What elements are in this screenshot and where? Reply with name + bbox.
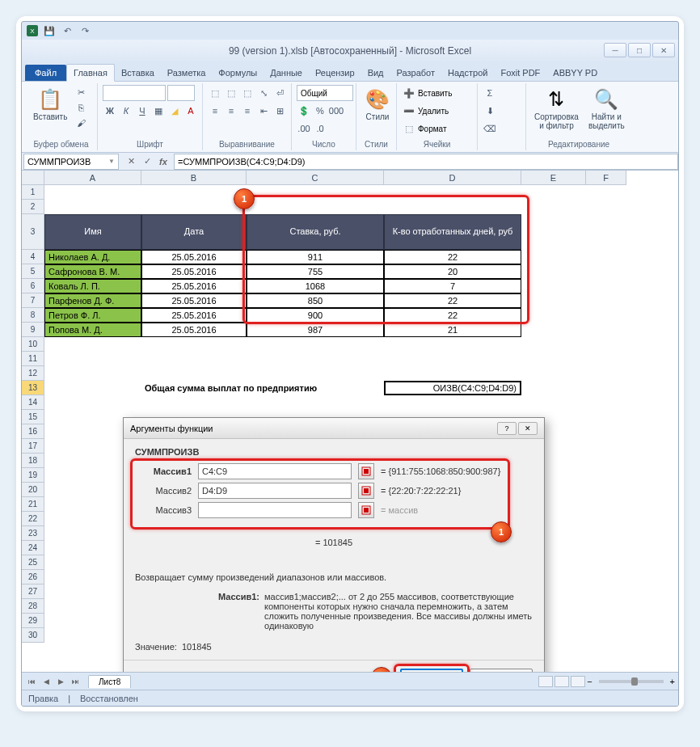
find-select-button[interactable]: 🔍 Найти и выделить	[585, 85, 628, 132]
cell[interactable]: 22	[384, 308, 521, 323]
row-header-15[interactable]: 15	[22, 410, 44, 424]
col-header-B[interactable]: B	[141, 171, 247, 185]
cell[interactable]: 20	[384, 264, 521, 279]
row-header-14[interactable]: 14	[22, 395, 44, 410]
cell[interactable]: Коваль Л. П.	[44, 279, 141, 293]
cell[interactable]: Дата	[141, 214, 247, 250]
row-header-7[interactable]: 7	[22, 293, 44, 308]
arg3-input[interactable]	[198, 502, 352, 518]
tab-view[interactable]: Вид	[361, 65, 390, 81]
select-all-corner[interactable]	[22, 171, 44, 185]
row-header-8[interactable]: 8	[22, 308, 44, 323]
row-header-4[interactable]: 4	[22, 250, 44, 264]
dialog-ok-button[interactable]: ОК	[400, 669, 463, 672]
number-format-combo[interactable]: Общий	[297, 85, 353, 101]
cell[interactable]: Парфенов Д. Ф.	[44, 293, 141, 308]
col-header-D[interactable]: D	[384, 171, 521, 185]
cell[interactable]: К-во отработанных дней, руб	[384, 214, 521, 250]
tab-formulas[interactable]: Формулы	[212, 65, 264, 81]
align-right-icon[interactable]: ≡	[240, 103, 255, 118]
zoom-in-icon[interactable]: +	[670, 677, 675, 686]
view-layout-icon[interactable]	[555, 676, 569, 687]
row-header-19[interactable]: 19	[22, 468, 44, 483]
align-bottom-icon[interactable]: ⬚	[240, 86, 255, 100]
col-header-A[interactable]: A	[44, 171, 141, 185]
maximize-button[interactable]: □	[628, 43, 651, 57]
tab-home[interactable]: Главная	[66, 64, 115, 82]
cell[interactable]: 25.05.2016	[141, 264, 247, 279]
row-header-29[interactable]: 29	[22, 614, 44, 628]
dialog-cancel-button[interactable]: Отмена	[470, 669, 533, 672]
underline-button[interactable]: Ч	[135, 103, 150, 118]
tab-review[interactable]: Рецензир	[309, 65, 361, 81]
name-box[interactable]: СУММПРОИЗВ▼	[23, 154, 119, 170]
font-size-combo[interactable]	[167, 85, 195, 101]
cell[interactable]: 1068	[247, 279, 384, 293]
format-cell-icon[interactable]: ⬚	[402, 121, 416, 136]
delete-cell-icon[interactable]: ➖	[402, 103, 416, 118]
close-button[interactable]: ✕	[652, 43, 675, 57]
dialog-titlebar[interactable]: Аргументы функции ? ✕	[124, 418, 544, 439]
comma-icon[interactable]: 000	[329, 103, 344, 118]
cell[interactable]: 25.05.2016	[141, 293, 247, 308]
cut-icon[interactable]: ✂	[74, 85, 88, 99]
copy-icon[interactable]: ⎘	[74, 100, 88, 115]
dec-decimal-icon[interactable]: .0	[313, 121, 327, 136]
cell[interactable]: 22	[384, 250, 521, 264]
align-left-icon[interactable]: ≡	[208, 103, 222, 118]
enter-formula-icon[interactable]: ✓	[140, 154, 154, 169]
cell[interactable]: 25.05.2016	[141, 279, 247, 293]
fill-icon[interactable]: ⬇	[483, 103, 497, 118]
tab-addins[interactable]: Надстрой	[441, 65, 494, 81]
clear-icon[interactable]: ⌫	[483, 121, 497, 136]
arg2-ref-button[interactable]	[358, 483, 374, 499]
view-normal-icon[interactable]	[538, 676, 553, 687]
row-header-20[interactable]: 20	[22, 483, 44, 497]
cell[interactable]: 7	[384, 279, 521, 293]
arg2-input[interactable]: D4:D9	[198, 483, 352, 499]
cancel-formula-icon[interactable]: ✕	[124, 154, 138, 169]
cell[interactable]: Попова М. Д.	[44, 323, 141, 337]
row-header-21[interactable]: 21	[22, 497, 44, 512]
file-tab[interactable]: Файл	[25, 65, 66, 81]
row-header-5[interactable]: 5	[22, 264, 44, 279]
sort-filter-button[interactable]: ⇅ Сортировка и фильтр	[531, 85, 582, 132]
zoom-slider[interactable]	[599, 680, 664, 683]
italic-button[interactable]: К	[119, 103, 133, 118]
row-header-23[interactable]: 23	[22, 526, 44, 541]
orientation-icon[interactable]: ⤡	[256, 86, 271, 100]
cell[interactable]: Николаев А. Д.	[44, 250, 141, 264]
sheet-nav-last-icon[interactable]: ⏭	[69, 675, 82, 688]
view-pagebreak-icon[interactable]	[571, 676, 585, 687]
cell[interactable]: 25.05.2016	[141, 250, 247, 264]
insert-cell-icon[interactable]: ➕	[402, 86, 416, 100]
row-header-12[interactable]: 12	[22, 366, 44, 381]
autosum-icon[interactable]: Σ	[483, 86, 497, 100]
cell[interactable]: Ставка, руб.	[247, 214, 384, 250]
inc-decimal-icon[interactable]: .00	[297, 121, 311, 136]
row-header-3[interactable]: 3	[22, 214, 44, 250]
sheet-nav-first-icon[interactable]: ⏮	[25, 675, 38, 688]
undo-icon[interactable]: ↶	[61, 24, 74, 37]
row-header-1[interactable]: 1	[22, 185, 44, 200]
col-header-F[interactable]: F	[586, 171, 626, 185]
redo-icon[interactable]: ↷	[78, 24, 91, 37]
cell[interactable]: Сафронова В. М.	[44, 264, 141, 279]
cell[interactable]: 25.05.2016	[141, 308, 247, 323]
border-button[interactable]: ▦	[151, 103, 166, 118]
cell[interactable]: 22	[384, 293, 521, 308]
dialog-close-icon[interactable]: ✕	[518, 422, 538, 435]
row-header-2[interactable]: 2	[22, 200, 44, 214]
tab-abbyy[interactable]: ABBYY PD	[546, 65, 604, 81]
cell[interactable]: 900	[247, 308, 384, 323]
arg1-input[interactable]: C4:C9	[198, 463, 352, 479]
row-header-27[interactable]: 27	[22, 585, 44, 599]
merge-icon[interactable]: ⊞	[272, 103, 287, 118]
sheet-nav-prev-icon[interactable]: ◀	[40, 675, 53, 688]
styles-button[interactable]: 🎨 Стили	[361, 85, 394, 123]
row-header-16[interactable]: 16	[22, 424, 44, 439]
minimize-button[interactable]: ─	[604, 43, 626, 57]
tab-developer[interactable]: Разработ	[390, 65, 441, 81]
font-combo[interactable]	[103, 85, 166, 101]
arg1-ref-button[interactable]	[358, 463, 374, 479]
